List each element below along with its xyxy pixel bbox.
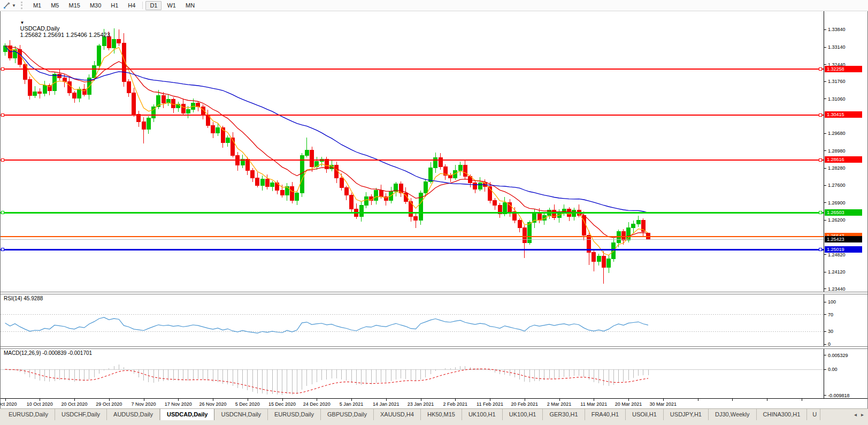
timeframe-button-m15[interactable]: M15 xyxy=(64,1,84,10)
main-chart-plot[interactable]: ▼ USDCAD,Daily 1.25682 1.25691 1.25406 1… xyxy=(1,11,824,292)
macd-tick xyxy=(824,395,826,396)
level-price-tag: 1.32258 xyxy=(825,66,862,72)
candle-body xyxy=(621,231,625,240)
tab-scroll-left-icon[interactable]: ◂ xyxy=(852,412,859,418)
candle-body xyxy=(33,92,37,95)
line-handle[interactable] xyxy=(1,248,4,251)
rsi-axis[interactable]: 10070300 xyxy=(824,294,867,346)
price-tick xyxy=(824,272,826,272)
timeframe-button-mn[interactable]: MN xyxy=(181,1,199,10)
rsi-tick xyxy=(824,331,826,332)
macd-axis[interactable]: 0.0053290.00-0.009818 xyxy=(824,349,867,398)
chart-tab-usoil-h1[interactable]: USOil,H1 xyxy=(626,409,664,420)
line-handle[interactable] xyxy=(819,158,821,161)
chart-tab-usdcad-daily[interactable]: USDCAD,Daily xyxy=(160,409,214,420)
candle-body xyxy=(340,178,343,188)
date-label: 14 Jan 2021 xyxy=(373,401,400,407)
date-label: 20 Feb 2021 xyxy=(511,401,538,407)
candle-body xyxy=(359,205,363,216)
timeframe-button-m5[interactable]: M5 xyxy=(47,1,63,10)
chart-pointer-icon[interactable] xyxy=(2,1,12,10)
chart-tab-uk100-h1[interactable]: UK100,H1 xyxy=(503,409,543,420)
date-label: 1 Oct 2020 xyxy=(0,401,17,407)
date-label: 7 Nov 2020 xyxy=(131,401,156,407)
chevron-down-icon[interactable]: ▼ xyxy=(12,3,16,8)
chart-tab-xauusd-h4[interactable]: XAUUSD,H4 xyxy=(374,409,421,420)
price-axis[interactable]: 1.338401.331401.324401.317601.310601.296… xyxy=(824,11,867,292)
chart-tab-uk100-h1[interactable]: UK100,H1 xyxy=(462,409,503,420)
chart-tabbar: EURUSD,DailyUSDCHF,DailyAUDUSD,DailyUSDC… xyxy=(0,409,868,420)
rsi-tick xyxy=(824,344,826,345)
chart-tab-usdchf-daily[interactable]: USDCHF,Daily xyxy=(55,409,107,420)
candle-body xyxy=(374,190,378,200)
line-handle[interactable] xyxy=(819,113,821,116)
line-handle[interactable] xyxy=(819,68,821,71)
level-price-tag: 1.28616 xyxy=(825,156,862,163)
timeframe-button-m30[interactable]: M30 xyxy=(86,1,105,10)
date-axis[interactable]: 1 Oct 202010 Oct 202020 Oct 202029 Oct 2… xyxy=(1,398,867,408)
timeframe-button-m1[interactable]: M1 xyxy=(29,1,45,10)
candle-body xyxy=(78,89,81,98)
date-tick xyxy=(40,399,40,401)
candle-body xyxy=(592,253,596,261)
candle-body xyxy=(364,196,368,205)
moving-average-medium xyxy=(5,45,649,238)
date-tick xyxy=(455,399,456,401)
tab-scroll-right-icon[interactable]: ▸ xyxy=(859,412,866,418)
chart-tab-partial[interactable]: U xyxy=(807,409,820,420)
candle-body xyxy=(117,40,121,43)
line-handle[interactable] xyxy=(1,68,4,71)
price-tick-label: 1.33140 xyxy=(828,44,846,50)
chart-tab-ger30-h1[interactable]: GER30,H1 xyxy=(543,409,585,420)
chart-tab-gbpusd-daily[interactable]: GBPUSD,Daily xyxy=(321,409,374,420)
chart-tab-china300-h1[interactable]: CHINA300,H1 xyxy=(757,409,808,420)
chart-tab-audusd-daily[interactable]: AUDUSD,Daily xyxy=(107,409,160,420)
date-tick xyxy=(109,399,110,401)
candle-body xyxy=(127,82,130,93)
chart-ohlc-values: 1.25682 1.25691 1.25406 1.25423 xyxy=(20,32,110,38)
candle-body xyxy=(350,195,354,209)
date-tick xyxy=(663,399,664,401)
line-handle[interactable] xyxy=(1,113,4,116)
price-tick-label: 1.24120 xyxy=(828,269,846,275)
triangle-down-icon[interactable]: ▼ xyxy=(20,20,25,25)
candle-body xyxy=(256,178,259,185)
chart-title: ▼ USDCAD,Daily 1.25682 1.25691 1.25406 1… xyxy=(4,12,110,44)
timeframe-button-w1[interactable]: W1 xyxy=(163,1,180,10)
chart-tab-usdcnh-daily[interactable]: USDCNH,Daily xyxy=(214,409,268,420)
chart-tab-fra40-h1[interactable]: FRA40,H1 xyxy=(585,409,626,420)
chart-tab-hk50-m15[interactable]: HK50,M15 xyxy=(421,409,462,420)
chart-tab-dj30-weekly[interactable]: DJ30,Weekly xyxy=(709,409,757,420)
line-handle[interactable] xyxy=(819,211,821,214)
date-tick xyxy=(767,399,767,401)
timeframe-button-h1[interactable]: H1 xyxy=(106,1,122,10)
chart-tab-eurusd-daily[interactable]: EURUSD,Daily xyxy=(2,409,55,420)
price-tick xyxy=(824,29,826,30)
rsi-tick-label: 0 xyxy=(828,341,831,346)
timeframe-button-d1[interactable]: D1 xyxy=(145,1,162,10)
price-tick-label: 1.28280 xyxy=(828,165,846,171)
candle-body xyxy=(142,122,145,129)
date-tick xyxy=(213,399,213,401)
candle-body xyxy=(226,138,229,143)
toolbar-grip[interactable] xyxy=(21,2,25,9)
date-tick xyxy=(317,399,317,401)
rsi-plot[interactable]: RSI(14) 45.9288 xyxy=(1,294,824,346)
date-label: 23 Jan 2021 xyxy=(408,401,434,407)
date-label: 26 Nov 2020 xyxy=(199,401,226,407)
chart-tab-usdjpy-h1[interactable]: USDJPY,H1 xyxy=(664,409,709,420)
candle-body xyxy=(280,190,284,195)
date-tick xyxy=(732,399,733,401)
rsi-line xyxy=(5,317,649,333)
chart-tab-eurusd-daily[interactable]: EURUSD,Daily xyxy=(268,409,321,420)
price-tick xyxy=(824,133,826,134)
line-handle[interactable] xyxy=(819,248,821,251)
macd-plot[interactable]: MACD(12,26,9) -0.000839 -0.001701 xyxy=(1,349,824,398)
timeframe-button-h4[interactable]: H4 xyxy=(124,1,140,10)
date-tick xyxy=(74,399,75,401)
line-handle[interactable] xyxy=(1,158,4,161)
date-tick xyxy=(628,399,629,401)
line-handle[interactable] xyxy=(1,211,4,214)
candle-body xyxy=(439,158,442,166)
date-tick xyxy=(421,399,421,401)
